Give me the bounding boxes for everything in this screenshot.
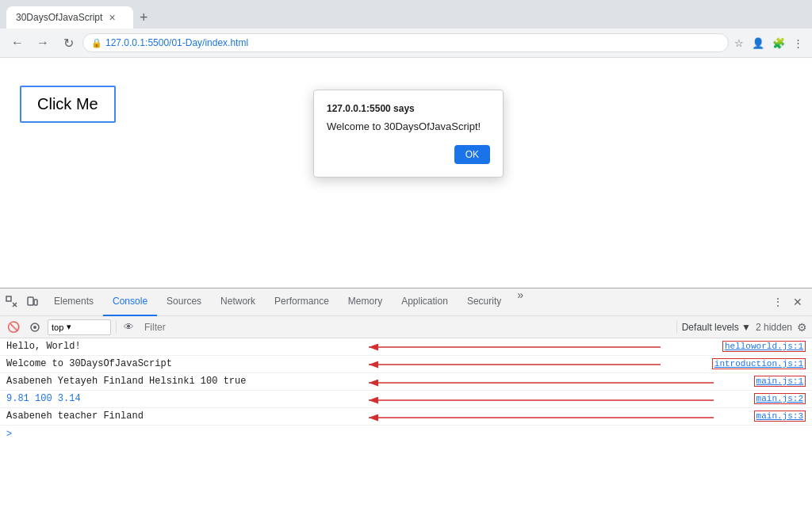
toolbar-divider2 (676, 321, 677, 334)
devtools-panel: Elements Console Sources Network Perform… (0, 288, 812, 508)
console-line-2: Welcome to 30DaysOfJavaScript introducti… (0, 356, 812, 373)
browser-tab[interactable]: 30DaysOfJavaScript × (6, 6, 133, 29)
nav-icons: ☆ 👤 🧩 ⋮ (732, 35, 806, 52)
console-text-2: Welcome to 30DaysOfJavaScript (6, 358, 712, 369)
console-file-1[interactable]: helloworld.js:1 (722, 341, 806, 352)
alert-dialog: 127.0.0.1:5500 says Welcome to 30DaysOfJ… (313, 90, 504, 178)
address-text: 127.0.0.1:5500/01-Day/index.html (105, 37, 248, 48)
clear-console-icon[interactable]: 🚫 (5, 319, 22, 335)
console-line-4: 9.81 100 3.14 main.js:2 (0, 391, 812, 408)
extensions-icon[interactable]: 🧩 (770, 35, 787, 52)
menu-icon[interactable]: ⋮ (791, 35, 806, 52)
console-text-1: Hello, World! (6, 341, 722, 352)
filter-input[interactable] (141, 322, 672, 333)
tab-security[interactable]: Security (458, 288, 511, 316)
svg-rect-0 (6, 296, 11, 301)
browser-chrome: 30DaysOfJavaScript × + ← → ↻ 🔒 127.0.0.1… (0, 0, 812, 58)
tab-bar: 30DaysOfJavaScript × + (0, 0, 812, 29)
alert-message: Welcome to 30DaysOfJavaScript! (327, 120, 490, 132)
tab-close-button[interactable]: × (109, 11, 115, 24)
nav-bar: ← → ↻ 🔒 127.0.0.1:5500/01-Day/index.html… (0, 29, 812, 57)
console-output: Hello, World! helloworld.js:1 Welcome to… (0, 338, 812, 508)
console-line-1: Hello, World! helloworld.js:1 (0, 338, 812, 356)
profile-icon[interactable]: 👤 (749, 35, 767, 52)
alert-title: 127.0.0.1:5500 says (327, 103, 490, 114)
devtools-close-button[interactable]: ✕ (790, 292, 806, 311)
eye-icon[interactable]: 👁 (121, 319, 136, 335)
svg-rect-2 (34, 300, 37, 305)
tab-memory[interactable]: Memory (339, 288, 392, 316)
console-file-4[interactable]: main.js:2 (754, 393, 806, 404)
alert-buttons: OK (327, 145, 490, 164)
device-toolbar-icon[interactable] (24, 293, 41, 311)
address-bar[interactable]: 🔒 127.0.0.1:5500/01-Day/index.html (82, 33, 729, 52)
devtools-toolbar: 🚫 top ▾ 👁 Default levels ▼ 2 hidden ⚙ (0, 316, 812, 338)
hidden-count: 2 hidden (756, 322, 792, 333)
console-text-4: 9.81 100 3.14 (6, 393, 754, 404)
page-content: Click Me 127.0.0.1:5500 says Welcome to … (0, 58, 812, 288)
console-text-3: Asabeneh Yetayeh Finland Helsinki 100 tr… (6, 376, 754, 387)
context-selector[interactable]: top ▾ (48, 319, 111, 335)
more-tabs-button[interactable]: » (511, 288, 530, 316)
forward-button[interactable]: → (32, 32, 54, 54)
tab-console[interactable]: Console (103, 288, 157, 316)
console-file-5[interactable]: main.js:3 (754, 411, 806, 422)
console-settings-icon[interactable]: ⚙ (797, 321, 807, 334)
new-tab-button[interactable]: + (133, 6, 155, 29)
tab-sources[interactable]: Sources (157, 288, 211, 316)
tab-network[interactable]: Network (211, 288, 265, 316)
devtools-tabs-group: Elements Console Sources Network Perform… (44, 288, 766, 316)
console-line-3: Asabeneh Yetayeh Finland Helsinki 100 tr… (0, 373, 812, 391)
alert-ok-button[interactable]: OK (454, 145, 490, 164)
filter-icon[interactable] (27, 319, 43, 335)
devtools-tab-bar: Elements Console Sources Network Perform… (0, 288, 812, 316)
tab-application[interactable]: Application (392, 288, 458, 316)
tab-performance[interactable]: Performance (265, 288, 339, 316)
console-text-5: Asabeneh teacher Finland (6, 411, 754, 422)
click-me-button[interactable]: Click Me (20, 86, 116, 123)
console-file-2[interactable]: introduction.js:1 (712, 358, 806, 369)
toolbar-divider (116, 321, 117, 334)
tab-elements[interactable]: Elements (44, 288, 103, 316)
svg-rect-1 (28, 297, 33, 305)
default-levels-button[interactable]: Default levels ▼ (682, 322, 751, 333)
devtools-menu-button[interactable]: ⋮ (769, 292, 787, 311)
console-prompt[interactable]: > (0, 426, 812, 441)
back-button[interactable]: ← (6, 32, 29, 54)
bookmark-icon[interactable]: ☆ (732, 35, 746, 52)
tab-title: 30DaysOfJavaScript (16, 12, 102, 23)
devtools-controls: ⋮ ✕ (766, 292, 809, 311)
console-line-5: Asabeneh teacher Finland main.js:3 (0, 408, 812, 426)
reload-button[interactable]: ↻ (57, 32, 79, 54)
console-file-3[interactable]: main.js:1 (754, 376, 806, 387)
inspect-element-icon[interactable] (3, 293, 21, 311)
svg-point-4 (33, 326, 36, 329)
